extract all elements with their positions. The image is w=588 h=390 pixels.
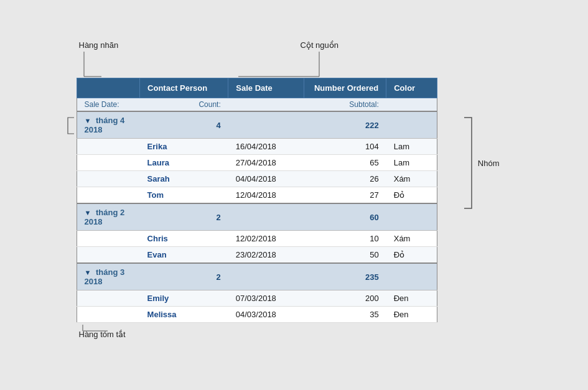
- group-arrow-thang4: ▼ tháng 4 2018: [77, 111, 140, 139]
- nhom-annotation-wrapper: Nhóm: [463, 116, 500, 210]
- date-erika: 16/04/2018: [228, 139, 304, 155]
- nhom-label: Nhóm: [478, 159, 500, 168]
- hang-nhan-bracket-wrapper: [65, 116, 75, 135]
- summary-row: Sale Date: Count: Subtotal:: [77, 98, 437, 112]
- group-subtotal-thang2: 60: [304, 203, 386, 231]
- collapse-arrow-thang3[interactable]: ▼: [85, 269, 91, 276]
- summary-empty2: [386, 98, 437, 112]
- contact-tom: Tom: [140, 187, 228, 204]
- number-evan: 50: [304, 247, 386, 264]
- group-empty-thang2: [228, 203, 304, 231]
- color-chris: Xám: [386, 231, 437, 247]
- collapse-arrow-thang4[interactable]: ▼: [85, 117, 91, 124]
- contact-sarah: Sarah: [140, 171, 228, 187]
- summary-empty: [228, 98, 304, 112]
- color-sarah: Xám: [386, 171, 437, 187]
- color-emily: Đen: [386, 290, 437, 307]
- color-evan: Đỏ: [386, 247, 437, 264]
- group-subtotal-thang3: 235: [304, 263, 386, 290]
- color-laura: Lam: [386, 155, 437, 171]
- date-laura: 27/04/2018: [228, 155, 304, 171]
- empty-cell: [77, 187, 140, 204]
- col-header-number-ordered: Number Ordered: [304, 78, 386, 98]
- group-empty-thang3: [228, 263, 304, 290]
- date-emily: 07/03/2018: [228, 290, 304, 307]
- empty-cell: [77, 290, 140, 307]
- group-header-thang2[interactable]: ▼ tháng 2 2018 2 60: [77, 203, 437, 231]
- contact-laura: Laura: [140, 155, 228, 171]
- table-row: Evan 23/02/2018 50 Đỏ: [77, 247, 437, 264]
- group-header-thang4[interactable]: ▼ tháng 4 2018 4 222: [77, 111, 437, 139]
- group-count-thang3: 2: [140, 263, 228, 290]
- empty-cell: [77, 247, 140, 264]
- empty-cell: [77, 307, 140, 323]
- cot-nguon-annotation: Cột nguồn: [301, 40, 339, 50]
- table-row: Chris 12/02/2018 10 Xám: [77, 231, 437, 247]
- date-evan: 23/02/2018: [228, 247, 304, 264]
- empty-cell: [77, 139, 140, 155]
- table-header-row: Contact Person Sale Date Number Ordered …: [77, 78, 437, 98]
- group-arrow-thang2: ▼ tháng 2 2018: [77, 203, 140, 231]
- group-color-empty-thang4: [386, 111, 437, 139]
- table-row: Laura 27/04/2018 65 Lam: [77, 155, 437, 171]
- nhom-bracket-svg: [463, 116, 474, 210]
- empty-cell: [77, 231, 140, 247]
- summary-count-label: Count:: [140, 98, 228, 112]
- group-arrow-thang3: ▼ tháng 3 2018: [77, 263, 140, 290]
- table-row: Erika 16/04/2018 104 Lam: [77, 139, 437, 155]
- collapse-arrow-thang2[interactable]: ▼: [85, 209, 91, 216]
- color-tom: Đỏ: [386, 187, 437, 204]
- date-sarah: 04/04/2018: [228, 171, 304, 187]
- table-row: Melissa 04/03/2018 35 Đen: [77, 307, 437, 323]
- hang-nhan-bracket-svg: [65, 116, 75, 135]
- group-color-empty-thang2: [386, 203, 437, 231]
- empty-cell: [77, 171, 140, 187]
- contact-evan: Evan: [140, 247, 228, 264]
- color-erika: Lam: [386, 139, 437, 155]
- group-color-empty-thang3: [386, 263, 437, 290]
- group-header-thang3[interactable]: ▼ tháng 3 2018 2 235: [77, 263, 437, 290]
- summary-subtotal-label: Subtotal:: [304, 98, 386, 112]
- contact-erika: Erika: [140, 139, 228, 155]
- bottom-annotations: Hàng tóm tắt: [77, 325, 512, 350]
- number-laura: 65: [304, 155, 386, 171]
- summary-sale-date-label: Sale Date:: [77, 98, 140, 112]
- group-count-thang4: 4: [140, 111, 228, 139]
- empty-cell: [77, 155, 140, 171]
- number-tom: 27: [304, 187, 386, 204]
- date-tom: 12/04/2018: [228, 187, 304, 204]
- table-row: Sarah 04/04/2018 26 Xám: [77, 171, 437, 187]
- col-header-color: Color: [386, 78, 437, 98]
- color-melissa: Đen: [386, 307, 437, 323]
- col-header-contact-person: Contact Person: [140, 78, 228, 98]
- group-empty-thang4: [228, 111, 304, 139]
- group-subtotal-thang4: 222: [304, 111, 386, 139]
- date-melissa: 04/03/2018: [228, 307, 304, 323]
- number-emily: 200: [304, 290, 386, 307]
- pivot-table: Contact Person Sale Date Number Ordered …: [77, 78, 437, 323]
- number-melissa: 35: [304, 307, 386, 323]
- date-chris: 12/02/2018: [228, 231, 304, 247]
- contact-melissa: Melissa: [140, 307, 228, 323]
- hang-tom-tat-annotation: Hàng tóm tắt: [79, 330, 126, 339]
- number-sarah: 26: [304, 171, 386, 187]
- hang-nhan-annotation: Hàng nhãn: [79, 40, 119, 50]
- contact-chris: Chris: [140, 231, 228, 247]
- contact-emily: Emily: [140, 290, 228, 307]
- number-chris: 10: [304, 231, 386, 247]
- col-header-sale-date: Sale Date: [228, 78, 304, 98]
- table-row: Emily 07/03/2018 200 Đen: [77, 290, 437, 307]
- col-header-empty: [77, 78, 140, 98]
- number-erika: 104: [304, 139, 386, 155]
- table-row: Tom 12/04/2018 27 Đỏ: [77, 187, 437, 204]
- group-count-thang2: 2: [140, 203, 228, 231]
